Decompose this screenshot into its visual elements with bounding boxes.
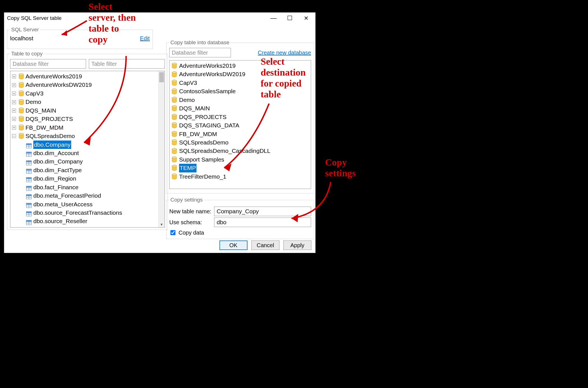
- dest-db-node[interactable]: TEMP: [171, 164, 309, 172]
- db-label: Support Samples: [179, 155, 224, 164]
- source-table-filter[interactable]: [89, 59, 165, 69]
- source-db-filter[interactable]: [10, 59, 86, 69]
- dest-db-node[interactable]: TreeFilterDemo_1: [171, 172, 309, 181]
- edit-server-link[interactable]: Edit: [140, 35, 150, 42]
- source-table-node[interactable]: dbo.dim_Company: [11, 157, 164, 166]
- table-icon: [26, 210, 32, 215]
- new-table-name-input[interactable]: [214, 207, 311, 216]
- dest-legend: Copy table into database: [169, 39, 230, 46]
- db-label: AdventureWorksDW2019: [26, 81, 92, 89]
- source-db-node[interactable]: + AdventureWorks2019: [11, 72, 164, 81]
- titlebar: Copy SQL Server table — ☐ ✕: [4, 13, 315, 24]
- database-icon: [172, 122, 177, 128]
- source-db-node[interactable]: + FB_DW_MDM: [11, 123, 164, 132]
- dest-db-node[interactable]: SQLSpreadsDemo: [171, 138, 309, 147]
- expand-toggle-icon[interactable]: +: [12, 100, 16, 104]
- source-table-node[interactable]: dbo.Company: [11, 141, 164, 149]
- annotation-copy-settings: Copy settings: [325, 157, 356, 179]
- database-icon: [172, 131, 177, 137]
- db-label: Demo: [26, 98, 41, 106]
- table-icon: [26, 193, 32, 198]
- expand-toggle-icon[interactable]: +: [12, 83, 16, 87]
- table-label: dbo.dim_FactType: [33, 166, 82, 174]
- source-db-node[interactable]: + DQS_PROJECTS: [11, 115, 164, 123]
- expand-toggle-icon[interactable]: −: [12, 134, 16, 138]
- db-label: SQLSpreadsDemo: [179, 138, 228, 147]
- ok-button[interactable]: OK: [219, 240, 247, 250]
- table-label: dbo.meta_UserAccess: [33, 200, 92, 209]
- db-label: FB_DW_MDM: [26, 123, 63, 132]
- expand-toggle-icon[interactable]: +: [12, 109, 16, 113]
- use-schema-input[interactable]: [214, 218, 311, 227]
- dest-db-node[interactable]: DQS_PROJECTS: [171, 113, 309, 121]
- database-icon: [172, 148, 177, 154]
- sql-server-legend: SQL Server: [10, 27, 40, 33]
- table-to-copy-group: Table to copy + AdventureWorks2019 + Adv…: [7, 51, 168, 230]
- apply-button[interactable]: Apply: [283, 240, 311, 250]
- table-label: dbo.Company: [33, 141, 71, 149]
- dialog-window: Copy SQL Server table — ☐ ✕ SQL Server l…: [4, 12, 316, 253]
- source-table-node[interactable]: dbo.dim_Account: [11, 149, 164, 157]
- database-icon: [172, 139, 177, 146]
- database-icon: [172, 88, 177, 95]
- cancel-button[interactable]: Cancel: [251, 240, 279, 250]
- source-db-node[interactable]: + CapV3: [11, 89, 164, 98]
- table-icon: [26, 185, 32, 190]
- database-icon: [19, 99, 24, 105]
- table-label: dbo.source_Reseller: [33, 217, 87, 225]
- dest-db-filter[interactable]: [169, 48, 231, 57]
- source-db-node[interactable]: + AdventureWorksDW2019: [11, 81, 164, 89]
- source-db-node[interactable]: − SQLSpreadsDemo: [11, 132, 164, 140]
- database-icon: [172, 97, 177, 103]
- dest-db-node[interactable]: DQS_STAGING_DATA: [171, 121, 309, 130]
- db-label: SQLSpreadsDemo_CascadingDLL: [179, 147, 270, 155]
- table-icon: [26, 151, 32, 156]
- dialog-button-row: OK Cancel Apply: [219, 240, 311, 250]
- copy-data-checkbox[interactable]: [170, 230, 175, 235]
- table-label: dbo.dim_Company: [33, 157, 83, 166]
- db-label: FB_DW_MDM: [179, 130, 217, 138]
- create-database-link[interactable]: Create new database: [258, 50, 311, 56]
- dest-db-node[interactable]: FB_DW_MDM: [171, 130, 309, 138]
- expand-toggle-icon[interactable]: +: [12, 126, 16, 130]
- source-db-node[interactable]: + DQS_MAIN: [11, 106, 164, 115]
- table-label: dbo.source_ForecastTransactions: [33, 209, 122, 217]
- dest-db-node[interactable]: DQS_MAIN: [171, 104, 309, 113]
- db-label: DQS_PROJECTS: [26, 115, 73, 123]
- dest-db-node[interactable]: Support Samples: [171, 155, 309, 164]
- minimize-button[interactable]: —: [265, 13, 282, 24]
- table-to-copy-legend: Table to copy: [10, 51, 44, 57]
- maximize-button[interactable]: ☐: [282, 13, 298, 24]
- annotation-select-source: Select server, then table to copy: [89, 1, 136, 45]
- source-db-node[interactable]: + Demo: [11, 98, 164, 106]
- source-table-node[interactable]: dbo.meta_ForecastPeriod: [11, 191, 164, 200]
- database-icon: [172, 174, 177, 180]
- source-table-node[interactable]: dbo.dim_Region: [11, 174, 164, 183]
- database-icon: [19, 116, 24, 122]
- database-icon: [19, 82, 24, 88]
- database-icon: [172, 63, 177, 69]
- database-icon: [19, 90, 24, 97]
- source-table-node[interactable]: dbo.meta_UserAccess: [11, 200, 164, 209]
- source-table-node[interactable]: dbo.dim_FactType: [11, 166, 164, 174]
- db-label: CapV3: [179, 79, 197, 87]
- database-icon: [172, 156, 177, 163]
- expand-toggle-icon[interactable]: +: [12, 92, 16, 95]
- database-icon: [172, 114, 177, 120]
- source-table-node[interactable]: dbo.fact_Finance: [11, 183, 164, 191]
- table-label: dbo.meta_ForecastPeriod: [33, 191, 101, 200]
- source-table-node[interactable]: dbo.source_Reseller: [11, 217, 164, 225]
- expand-toggle-icon[interactable]: +: [12, 117, 16, 121]
- copy-settings-legend: Copy settings: [169, 197, 204, 203]
- table-icon: [26, 142, 32, 147]
- table-label: dbo.dim_Account: [33, 149, 79, 157]
- database-icon: [172, 105, 177, 111]
- db-label: DQS_MAIN: [26, 106, 56, 115]
- expand-toggle-icon[interactable]: +: [12, 74, 16, 78]
- source-table-node[interactable]: dbo.source_ForecastTransactions: [11, 209, 164, 217]
- dest-db-node[interactable]: SQLSpreadsDemo_CascadingDLL: [171, 147, 309, 155]
- close-button[interactable]: ✕: [298, 13, 314, 24]
- source-tree[interactable]: + AdventureWorks2019 + AdventureWorksDW2…: [10, 71, 165, 228]
- database-icon: [172, 165, 177, 171]
- table-icon: [26, 168, 32, 173]
